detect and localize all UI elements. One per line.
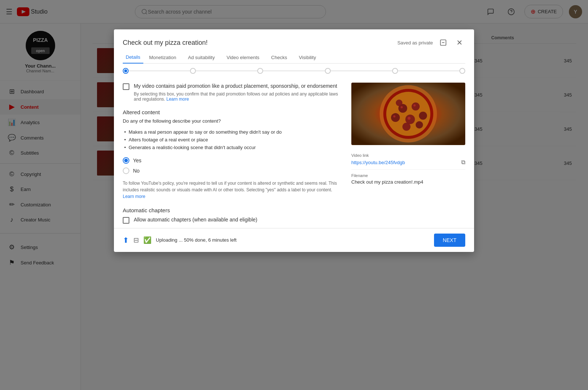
progress-dot-5 [459,68,465,74]
altered-content-question: Do any of the following describe your co… [123,118,343,124]
tab-ad-suitability[interactable]: Ad suitability [182,55,220,63]
tab-monetization[interactable]: Monetization [143,55,182,63]
svg-point-24 [401,106,403,108]
dialog-right-panel: Video link https://youtu.be/245fvdgb ⧉ F… [351,83,465,228]
auto-chapters-label: Allow automatic chapters (when available… [134,216,257,224]
progress-line-3 [331,71,392,71]
radio-yes-row[interactable]: Yes [123,157,343,164]
svg-point-21 [402,123,410,131]
next-button[interactable]: NEXT [434,234,465,247]
radio-yes-inner [124,159,128,162]
video-link-label: Video link [351,153,465,158]
svg-point-22 [416,121,423,129]
radio-no-label: No [133,168,140,174]
dialog-body: My video contains paid promotion like a … [114,77,474,228]
progress-line-0 [129,71,190,71]
svg-point-25 [413,104,416,106]
auto-chapters-title: Automatic chapters [123,207,343,213]
subtitle-icon: ⊟ [133,236,139,244]
tab-video-elements[interactable]: Video elements [220,55,265,63]
paid-promo-checkbox[interactable] [123,83,129,90]
altered-content-learn-more[interactable]: Learn more [123,194,145,199]
paid-promo-sublabel: By selecting this box, you confirm that … [134,91,343,102]
video-thumbnail [351,83,465,145]
svg-point-26 [393,115,395,118]
altered-content-radios: Yes No [123,157,343,174]
saved-as-text: Saved as private [397,40,433,46]
video-link-section: Video link https://youtu.be/245fvdgb ⧉ [351,149,465,170]
radio-no-outer [123,167,129,174]
info-icon-button[interactable] [437,37,449,48]
footer-left: ⬆ ⊟ ✅ Uploading ... 50% done, 6 minutes … [123,236,237,245]
tab-visibility[interactable]: Visibility [293,55,322,63]
upload-status: Uploading ... 50% done, 6 minutes left [156,237,237,243]
svg-point-17 [412,102,420,111]
altered-content-title: Altered content [123,109,343,115]
policy-text-content: To follow YouTube's policy, you're requi… [123,181,337,192]
dialog-left-panel: My video contains paid promotion like a … [123,83,351,228]
radio-yes-outer [123,157,129,164]
progress-dot-2 [257,68,263,74]
modal-overlay: Check out my pizza creation! Saved as pr… [0,0,588,390]
progress-dot-0 [123,68,129,74]
svg-point-18 [391,113,400,122]
paid-promo-label: My video contains paid promotion like a … [134,83,343,90]
copy-icon[interactable]: ⧉ [461,159,465,166]
progress-line-2 [263,71,325,71]
info-icon [440,39,447,46]
svg-point-23 [396,100,402,106]
tab-details[interactable]: Details [123,54,143,64]
progress-line-1 [196,71,257,71]
tabs-container: Details Monetization Ad suitability Vide… [114,48,474,77]
svg-point-20 [419,112,427,120]
svg-point-27 [408,117,410,120]
upload-dialog: Check out my pizza creation! Saved as pr… [114,29,474,252]
tab-checks[interactable]: Checks [265,55,293,63]
radio-yes-label: Yes [133,158,141,163]
upload-arrow-icon: ⬆ [123,236,129,245]
paid-promo-subtext: By selecting this box, you confirm that … [134,91,338,102]
video-link-url[interactable]: https://youtu.be/245fvdgb [351,160,405,165]
progress-dot-4 [392,68,398,74]
close-dialog-button[interactable]: ✕ [453,37,465,48]
radio-no-row[interactable]: No [123,167,343,174]
progress-dot-1 [190,68,196,74]
pizza-thumbnail-svg [351,83,465,145]
paid-promo-learn-more[interactable]: Learn more [166,97,189,102]
altered-content-section: Altered content Do any of the following … [123,109,343,200]
altered-content-bullets: Makes a real person appear to say or do … [123,128,343,151]
filename-label: Filename [351,173,465,178]
video-preview [351,83,465,145]
bullet-item: Generates a realistic-looking scene that… [123,144,343,151]
progress-line-4 [398,71,459,71]
auto-chapters-checkbox-row: Allow automatic chapters (when available… [123,216,343,224]
check-circle-icon: ✅ [143,236,151,244]
dialog-header: Check out my pizza creation! Saved as pr… [114,29,474,48]
auto-chapters-section: Automatic chapters Allow automatic chapt… [123,207,343,224]
video-link-row: https://youtu.be/245fvdgb ⧉ [351,159,465,166]
filename-text: Check out my pizza creation!.mp4 [351,179,465,185]
progress-dot-3 [325,68,331,74]
policy-text: To follow YouTube's policy, you're requi… [123,180,343,200]
progress-dots [123,64,465,77]
bullet-item: Makes a real person appear to say or do … [123,128,343,136]
auto-chapters-checkbox[interactable] [123,217,129,224]
dialog-header-right: Saved as private ✕ [397,37,465,48]
bullet-item: Alters footage of a real event or place [123,136,343,144]
tab-row: Details Monetization Ad suitability Vide… [123,54,465,64]
paid-promo-text: My video contains paid promotion like a … [134,83,343,102]
dialog-title: Check out my pizza creation! [123,39,208,47]
paid-promo-section: My video contains paid promotion like a … [123,83,343,102]
dialog-footer: ⬆ ⊟ ✅ Uploading ... 50% done, 6 minutes … [114,228,474,252]
filename-section: Filename Check out my pizza creation!.mp… [351,170,465,188]
